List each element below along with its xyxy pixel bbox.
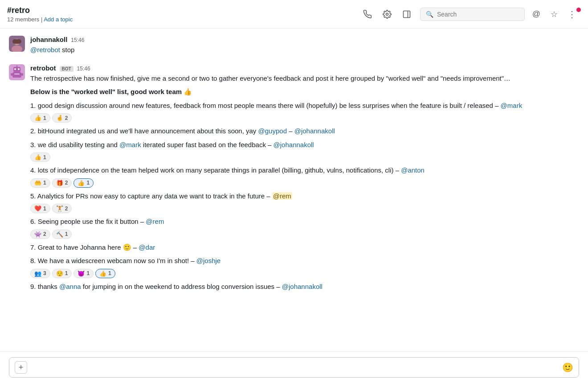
message-content-retrobot: retrobot BOT 15:46 The retrospective has… bbox=[30, 64, 579, 292]
retrobot-item-1: 1. good design discussion around new fea… bbox=[30, 101, 579, 111]
input-wrapper: + 🙂 bbox=[9, 357, 579, 378]
text-johannakoll: @retrobot stop bbox=[30, 45, 579, 55]
time-johannakoll: 15:46 bbox=[71, 37, 84, 43]
mention-dar[interactable]: @dar bbox=[139, 243, 155, 251]
starred-button[interactable]: ☆ bbox=[546, 6, 562, 22]
avatar-retrobot bbox=[9, 64, 25, 80]
mention-rem-5[interactable]: @rem bbox=[272, 192, 292, 200]
retrobot-item-7: 7. Great to have Johanna here 🙂 – @dar bbox=[30, 243, 579, 253]
mention-rem-6[interactable]: @rem bbox=[146, 218, 164, 225]
message-retrobot: retrobot BOT 15:46 The retrospective has… bbox=[9, 64, 579, 292]
mention-retrobot[interactable]: @retrobot bbox=[30, 46, 60, 54]
header-icons bbox=[359, 6, 415, 22]
reaction-group-8[interactable]: 👥3 bbox=[30, 269, 50, 278]
sidebar-icon bbox=[402, 10, 411, 19]
svg-rect-17 bbox=[21, 73, 23, 76]
reactions-item-8: 👥3 😌1 😈1 👍1 bbox=[30, 269, 579, 278]
svg-point-0 bbox=[386, 13, 388, 15]
svg-point-11 bbox=[18, 68, 20, 70]
bot-badge: BOT bbox=[60, 66, 74, 72]
mention-johannakoll-9[interactable]: @johannakoll bbox=[282, 283, 323, 290]
reactions-item-3: 👍1 bbox=[30, 152, 579, 162]
search-input[interactable] bbox=[437, 11, 519, 18]
gear-icon bbox=[383, 10, 392, 19]
mention-johannakoll-3[interactable]: @johannakoll bbox=[274, 141, 314, 148]
reaction-relieved-8[interactable]: 😌1 bbox=[52, 269, 72, 278]
retrobot-item-8: 8. We have a widescreen webcam now so I'… bbox=[30, 256, 579, 266]
channel-header: #retro 12 members | Add a topic 🔍 bbox=[0, 0, 588, 29]
search-icon: 🔍 bbox=[426, 11, 433, 18]
reaction-devil-8[interactable]: 😈1 bbox=[74, 269, 94, 278]
svg-rect-16 bbox=[11, 73, 12, 76]
reaction-alien-6[interactable]: 👾2 bbox=[30, 230, 50, 239]
retrobot-para-1: Below is the "worked well" list, good wo… bbox=[30, 87, 579, 97]
mention-mark-1[interactable]: @mark bbox=[501, 102, 523, 109]
mention-guypod[interactable]: @guypod bbox=[258, 127, 287, 135]
phone-icon bbox=[363, 10, 372, 19]
sidebar-toggle-button[interactable] bbox=[399, 6, 415, 22]
message-header-johannakoll: johannakoll 15:46 bbox=[30, 36, 579, 43]
at-mentions-button[interactable]: @ bbox=[528, 6, 544, 22]
members-count: 12 members bbox=[7, 16, 39, 23]
messages-area: johannakoll 15:46 @retrobot stop bbox=[0, 29, 588, 351]
reactions-item-5: ❤️1 🏋️2 bbox=[30, 204, 579, 213]
svg-rect-1 bbox=[404, 11, 410, 17]
reaction-heart-5[interactable]: ❤️1 bbox=[30, 204, 50, 213]
svg-rect-12 bbox=[12, 72, 21, 78]
reaction-gift-4[interactable]: 🎁2 bbox=[52, 178, 72, 188]
retrobot-item-6: 6. Seeing people use the fix it button –… bbox=[30, 217, 579, 227]
message-input[interactable] bbox=[32, 364, 558, 371]
mention-anna[interactable]: @anna bbox=[59, 283, 81, 290]
message-content-johannakoll: johannakoll 15:46 @retrobot stop bbox=[30, 36, 579, 55]
mention-mark-3[interactable]: @mark bbox=[119, 141, 141, 148]
reaction-hammer-6[interactable]: 🔨1 bbox=[52, 230, 72, 239]
emoji-picker-button[interactable]: 🙂 bbox=[562, 362, 573, 373]
reaction-lift-5[interactable]: 🏋️2 bbox=[52, 204, 72, 213]
header-right-icons: @ ☆ ⋮ bbox=[528, 6, 581, 22]
reaction-thumbsup-1[interactable]: 👍1 bbox=[30, 113, 50, 123]
channel-info: #retro 12 members | Add a topic bbox=[7, 6, 359, 23]
search-bar[interactable]: 🔍 bbox=[420, 8, 525, 21]
reaction-thumbsup-3[interactable]: 👍1 bbox=[30, 152, 50, 162]
time-retrobot: 15:46 bbox=[77, 66, 90, 72]
svg-rect-7 bbox=[12, 39, 21, 44]
reactions-item-6: 👾2 🔨1 bbox=[30, 230, 579, 239]
add-topic-link[interactable]: Add a topic bbox=[44, 16, 73, 23]
reactions-item-4: 🤲1 🎁2 👍1 bbox=[30, 178, 579, 188]
svg-point-15 bbox=[16, 65, 18, 67]
message-input-area: + 🙂 bbox=[0, 351, 588, 383]
reaction-crossed-1[interactable]: 🤞2 bbox=[52, 113, 72, 123]
reaction-clap-4[interactable]: 🤲1 bbox=[30, 178, 50, 188]
mention-joshje[interactable]: @joshje bbox=[196, 257, 220, 264]
retrobot-item-2: 2. bitHound integrated us and we'll have… bbox=[30, 126, 579, 136]
mention-johannakoll-2[interactable]: @johannakoll bbox=[294, 127, 335, 135]
mention-anton[interactable]: @anton bbox=[401, 166, 425, 174]
reactions-item-1: 👍1 🤞2 bbox=[30, 113, 579, 123]
retrobot-para-0: The retrospective has now finished, give… bbox=[30, 74, 579, 84]
author-retrobot: retrobot bbox=[30, 64, 56, 72]
notification-dot bbox=[576, 8, 581, 12]
message-johannakoll: johannakoll 15:46 @retrobot stop bbox=[9, 36, 579, 55]
retrobot-item-5: 5. Analytics for PRs now easy to capture… bbox=[30, 191, 579, 202]
retrobot-item-9: 9. thanks @anna for jumping in on the we… bbox=[30, 282, 579, 292]
svg-rect-13 bbox=[14, 74, 20, 74]
svg-point-10 bbox=[14, 68, 16, 70]
retrobot-item-4: 4. lots of independence on the team help… bbox=[30, 165, 579, 176]
reaction-thumbsup-4[interactable]: 👍1 bbox=[74, 178, 94, 188]
settings-button[interactable] bbox=[379, 6, 395, 22]
call-button[interactable] bbox=[359, 6, 376, 22]
message-header-retrobot: retrobot BOT 15:46 bbox=[30, 64, 579, 72]
channel-meta: 12 members | Add a topic bbox=[7, 16, 359, 23]
retrobot-item-3: 3. we did usability testing and @mark it… bbox=[30, 140, 579, 150]
reaction-thumbsup-8[interactable]: 👍1 bbox=[95, 269, 115, 278]
add-attachment-button[interactable]: + bbox=[15, 361, 27, 374]
author-johannakoll: johannakoll bbox=[30, 36, 67, 43]
avatar-johannakoll bbox=[9, 36, 25, 52]
channel-name: #retro bbox=[7, 6, 359, 15]
